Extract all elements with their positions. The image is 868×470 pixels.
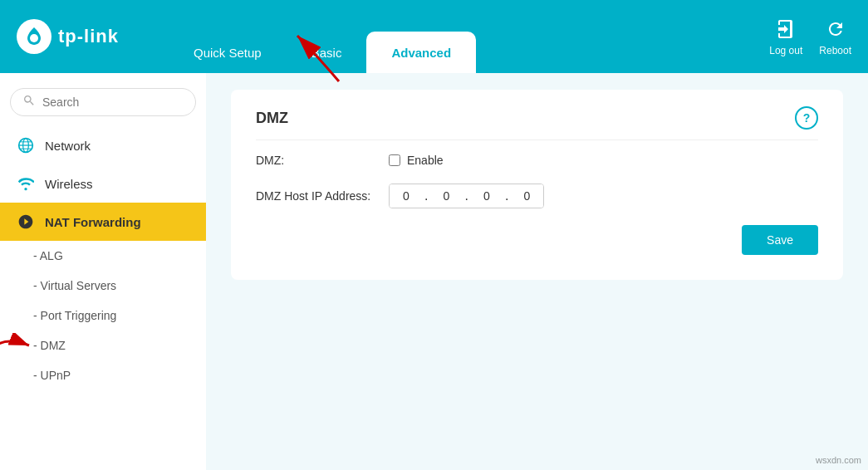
ip-octet-3[interactable]: [470, 184, 503, 208]
header: tp-link Quick Setup Basic Advanced Log o…: [0, 0, 868, 73]
ip-dot-3: .: [503, 188, 510, 203]
wireless-icon: [17, 174, 35, 193]
dmz-enable-label[interactable]: Enable: [389, 154, 444, 167]
help-button[interactable]: ?: [795, 106, 818, 130]
header-actions: Log out Reboot: [769, 17, 851, 56]
save-button[interactable]: Save: [742, 225, 818, 255]
ip-octet-1[interactable]: [390, 184, 423, 208]
ip-octet-2[interactable]: [429, 184, 463, 208]
tp-link-logo-icon: [17, 19, 51, 54]
tab-quick-setup[interactable]: Quick Setup: [169, 32, 287, 73]
enable-text: Enable: [407, 154, 444, 167]
logout-icon: [773, 17, 798, 42]
nat-icon: [17, 213, 35, 231]
logout-label: Log out: [769, 45, 802, 56]
content-area: DMZ ? DMZ: Enable DMZ Host IP Address: .…: [206, 73, 868, 470]
network-icon: [17, 136, 35, 154]
sidebar-sub-upnp[interactable]: - UPnP: [0, 360, 206, 390]
content-title: DMZ: [256, 110, 288, 127]
tab-advanced[interactable]: Advanced: [366, 32, 476, 73]
search-input[interactable]: [42, 95, 184, 109]
ip-input-group: . . .: [389, 184, 544, 208]
sidebar-item-nat-forwarding[interactable]: NAT Forwarding: [0, 203, 206, 241]
tab-basic[interactable]: Basic: [287, 32, 367, 73]
ip-dot-2: .: [463, 188, 469, 203]
dmz-enable-row: DMZ: Enable: [256, 154, 818, 167]
content-title-row: DMZ ?: [256, 106, 818, 140]
nav-tabs: Quick Setup Basic Advanced: [169, 0, 769, 73]
search-bar[interactable]: [10, 88, 196, 116]
network-label: Network: [45, 139, 91, 153]
dmz-host-ip-row: DMZ Host IP Address: . . .: [256, 184, 818, 208]
logo-text: tp-link: [58, 26, 119, 47]
dmz-enable-checkbox[interactable]: [389, 154, 400, 166]
logout-button[interactable]: Log out: [769, 17, 802, 56]
sidebar-sub-dmz[interactable]: - DMZ: [0, 330, 206, 360]
sidebar-item-network[interactable]: Network: [0, 126, 206, 164]
ip-octet-4[interactable]: [510, 184, 543, 208]
sidebar: Network Wireless NAT Forwarding: [0, 73, 206, 470]
dmz-arrow: [0, 333, 42, 358]
reboot-label: Reboot: [819, 45, 851, 56]
watermark: wsxdn.com: [816, 455, 861, 465]
dmz-label: DMZ:: [256, 154, 372, 167]
search-icon: [22, 94, 36, 110]
reboot-button[interactable]: Reboot: [819, 17, 851, 56]
logo-area: tp-link: [17, 19, 119, 54]
sidebar-sub-alg[interactable]: - ALG: [0, 241, 206, 271]
dmz-host-label: DMZ Host IP Address:: [256, 189, 372, 203]
nat-forwarding-label: NAT Forwarding: [45, 215, 141, 229]
ip-dot-1: .: [423, 188, 429, 203]
svg-point-1: [30, 34, 38, 42]
reboot-icon: [823, 17, 848, 42]
sidebar-item-wireless[interactable]: Wireless: [0, 164, 206, 203]
content-card: DMZ ? DMZ: Enable DMZ Host IP Address: .…: [231, 90, 843, 280]
main-layout: Network Wireless NAT Forwarding: [0, 73, 868, 470]
svg-point-7: [24, 188, 27, 190]
sidebar-sub-port-triggering[interactable]: - Port Triggering: [0, 301, 206, 330]
wireless-label: Wireless: [45, 177, 93, 191]
sidebar-sub-virtual-servers[interactable]: - Virtual Servers: [0, 271, 206, 301]
